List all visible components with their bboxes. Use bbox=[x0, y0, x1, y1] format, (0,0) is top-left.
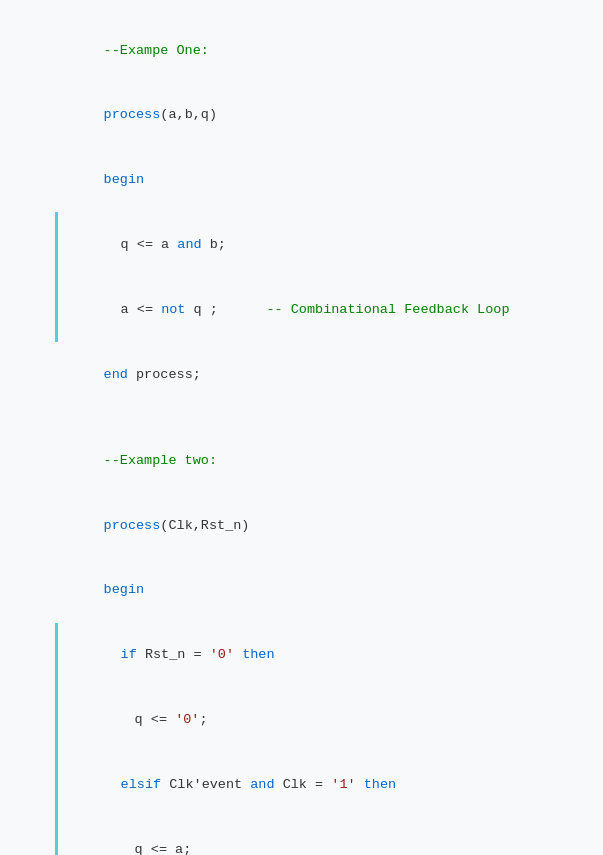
vhdl-line-2: process(a,b,q) bbox=[55, 83, 583, 148]
vhdl-line-12: q <= '0'; bbox=[55, 687, 583, 752]
vhdl-code-block: --Exampe One: process(a,b,q) begin q <= … bbox=[0, 0, 603, 855]
vhdl-line-3: begin bbox=[55, 148, 583, 213]
vhdl-line-14: q <= a; bbox=[55, 817, 583, 855]
vhdl-line-1: --Exampe One: bbox=[55, 18, 583, 83]
vhdl-line-7 bbox=[55, 407, 583, 429]
page-container: --Exampe One: process(a,b,q) begin q <= … bbox=[0, 0, 603, 855]
vhdl-line-11: if Rst_n = '0' then bbox=[55, 623, 583, 688]
vhdl-line-5: a <= not q ; -- Combinational Feedback L… bbox=[55, 277, 583, 342]
vhdl-line-8: --Example two: bbox=[55, 428, 583, 493]
vhdl-line-9: process(Clk,Rst_n) bbox=[55, 493, 583, 558]
vhdl-line-6: end process; bbox=[55, 342, 583, 407]
vhdl-line-10: begin bbox=[55, 558, 583, 623]
vhdl-line-13: elsif Clk'event and Clk = '1' then bbox=[55, 752, 583, 817]
vhdl-line-4: q <= a and b; bbox=[55, 212, 583, 277]
